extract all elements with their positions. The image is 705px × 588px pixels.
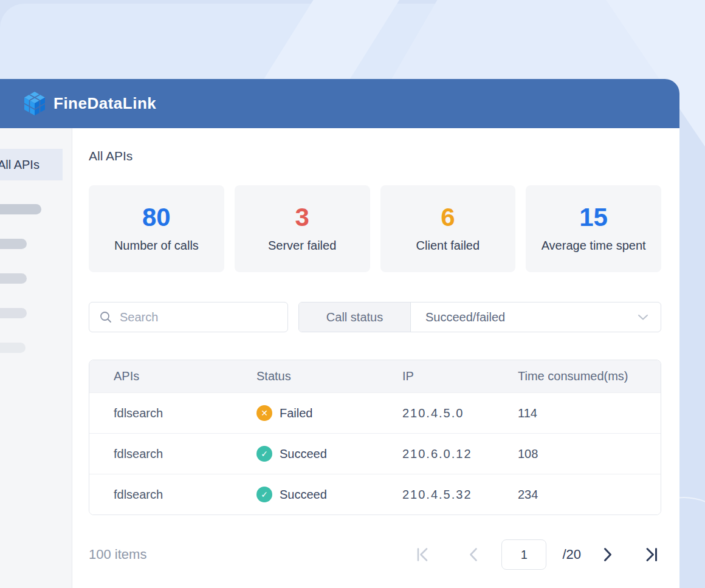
total-pages: /20 — [562, 547, 581, 562]
stat-value: 15 — [579, 205, 608, 230]
table-row[interactable]: fdlsearch ✓ Succeed 210.6.0.12 108 — [89, 433, 661, 474]
sidebar-skeleton-item — [0, 239, 27, 249]
api-calls-table: APIs Status IP Time consumed(ms) fdlsear… — [89, 360, 661, 515]
page-number-input[interactable] — [501, 539, 546, 570]
search-icon — [99, 310, 112, 324]
filter-row: Call status Succeed/failed — [89, 302, 661, 332]
ip-cell: 210.6.0.12 — [402, 447, 518, 461]
stat-label: Average time spent — [542, 239, 646, 253]
time-cell: 108 — [518, 447, 661, 461]
sidebar-skeleton-item — [0, 308, 27, 318]
sidebar-skeleton-item — [0, 273, 27, 284]
stat-cards: 80 Number of calls 3 Server failed 6 Cli… — [89, 185, 661, 272]
status-cell: ✓ Succeed — [256, 446, 402, 462]
chevron-down-icon — [638, 313, 648, 321]
column-header-status: Status — [256, 369, 402, 383]
status-text: Succeed — [280, 447, 327, 461]
prev-page-button[interactable] — [464, 545, 483, 564]
stat-card-server-failed: 3 Server failed — [235, 185, 370, 272]
last-page-button[interactable] — [642, 545, 661, 564]
column-header-apis: APIs — [89, 369, 256, 383]
stat-value: 80 — [142, 205, 171, 230]
sidebar-skeleton-item — [0, 204, 41, 214]
failed-icon: ✕ — [256, 405, 272, 421]
stat-card-number-of-calls: 80 Number of calls — [89, 185, 224, 272]
app-header: FineDataLink — [0, 79, 679, 128]
search-input[interactable] — [120, 310, 272, 324]
pagination: /20 — [413, 539, 661, 570]
api-name-cell: fdlsearch — [89, 406, 256, 420]
time-cell: 234 — [518, 488, 661, 502]
sidebar: All APIs — [0, 128, 72, 588]
stat-label: Server failed — [268, 239, 336, 253]
stat-card-client-failed: 6 Client failed — [380, 185, 516, 272]
status-cell: ✓ Succeed — [256, 487, 402, 502]
ip-cell: 210.4.5.0 — [402, 406, 518, 420]
selected-option: Succeed/failed — [425, 310, 638, 324]
search-box[interactable] — [89, 302, 288, 332]
stat-value: 3 — [295, 205, 309, 230]
table-row[interactable]: fdlsearch ✓ Succeed 210.4.5.32 234 — [89, 474, 661, 514]
last-page-icon — [643, 546, 660, 563]
api-name-cell: fdlsearch — [89, 488, 256, 502]
page-title: All APIs — [89, 149, 661, 163]
call-status-select[interactable]: Call status Succeed/failed — [298, 302, 661, 332]
sidebar-item-all-apis[interactable]: All APIs — [0, 149, 63, 180]
brand-name: FineDataLink — [53, 94, 156, 113]
table-row[interactable]: fdlsearch ✕ Failed 210.4.5.0 114 — [89, 392, 661, 433]
ip-cell: 210.4.5.32 — [402, 488, 518, 502]
next-page-button[interactable] — [598, 545, 617, 564]
table-footer: 100 items /20 — [89, 539, 661, 570]
column-header-ip: IP — [402, 369, 518, 383]
first-page-button[interactable] — [413, 545, 432, 564]
status-text: Succeed — [280, 488, 327, 502]
cube-logo-icon — [23, 91, 46, 117]
sidebar-item-label: All APIs — [0, 158, 40, 172]
call-status-label: Call status — [299, 303, 411, 332]
main-content: All APIs 80 Number of calls 3 Server fai… — [72, 128, 679, 588]
succeed-icon: ✓ — [256, 446, 272, 462]
next-page-icon — [601, 547, 614, 562]
stat-card-average-time: 15 Average time spent — [526, 185, 661, 272]
app-window: FineDataLink All APIs All APIs 80 Number… — [0, 79, 679, 588]
status-cell: ✕ Failed — [256, 405, 402, 421]
stat-label: Number of calls — [114, 239, 199, 253]
stat-value: 6 — [441, 205, 455, 230]
call-status-value[interactable]: Succeed/failed — [411, 303, 661, 332]
time-cell: 114 — [518, 406, 661, 420]
stat-label: Client failed — [416, 239, 480, 253]
status-text: Failed — [280, 406, 312, 420]
api-name-cell: fdlsearch — [89, 447, 256, 461]
column-header-time: Time consumed(ms) — [518, 369, 661, 383]
first-page-icon — [414, 546, 431, 563]
prev-page-icon — [467, 547, 480, 562]
succeed-icon: ✓ — [256, 487, 272, 502]
sidebar-skeleton-item — [0, 343, 26, 353]
items-count: 100 items — [89, 547, 146, 562]
table-header-row: APIs Status IP Time consumed(ms) — [89, 360, 661, 392]
